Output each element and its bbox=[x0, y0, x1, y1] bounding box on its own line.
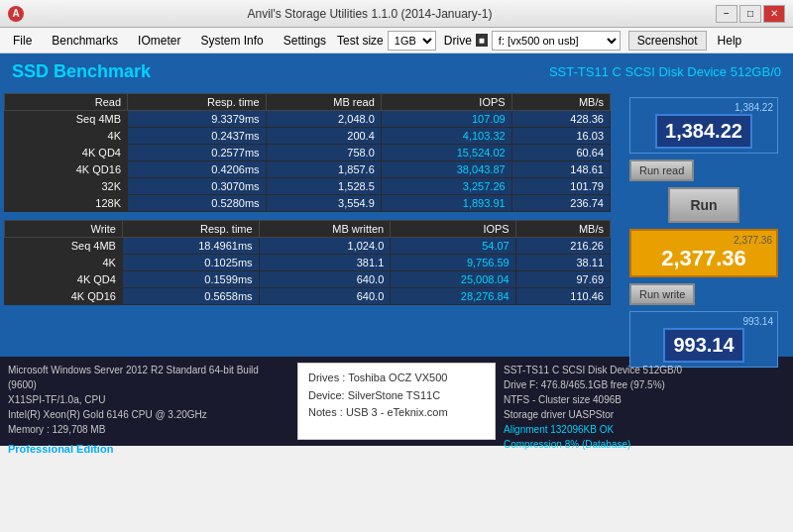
run-read-label-button[interactable]: Run read bbox=[629, 160, 694, 181]
test-size-select[interactable]: 1GB bbox=[388, 31, 436, 51]
window-controls: − □ ✕ bbox=[716, 5, 785, 23]
menu-iometer[interactable]: IOmeter bbox=[129, 30, 189, 52]
read-row-3: 4K QD160.4206ms1,857.638,043.87148.61 bbox=[5, 161, 611, 178]
drive-select[interactable]: f: [vx500 on usb] bbox=[492, 31, 621, 51]
bench-header: SSD Benchmark SST-TS11 C SCSI Disk Devic… bbox=[0, 53, 793, 89]
read-row-1: 4K0.2437ms200.44,103.3216.03 bbox=[5, 128, 611, 145]
menu-settings[interactable]: Settings bbox=[275, 30, 335, 52]
test-size-label: Test size bbox=[337, 34, 384, 48]
bench-device: SST-TS11 C SCSI Disk Device 512GB/0 bbox=[549, 64, 781, 79]
run-read-button[interactable]: 1,384.22 1,384.22 bbox=[629, 97, 778, 154]
alignment-text: Alignment 132096KB OK bbox=[504, 422, 785, 437]
menu-benchmarks[interactable]: Benchmarks bbox=[43, 30, 127, 52]
write-header-mbs: MB/s bbox=[515, 221, 610, 238]
read-header-mbs: MB/s bbox=[511, 94, 610, 111]
write-header-iops: IOPS bbox=[391, 221, 515, 238]
maximize-button[interactable]: □ bbox=[739, 5, 761, 23]
drive-label: Drive bbox=[444, 34, 472, 48]
read-row-5: 128K0.5280ms3,554.91,893.91236.74 bbox=[5, 195, 611, 212]
total-score: 2,377.36 bbox=[661, 246, 746, 270]
pro-edition-label: Professional Edition bbox=[8, 441, 289, 458]
close-button[interactable]: ✕ bbox=[763, 5, 785, 23]
total-score-mini: 2,377.36 bbox=[635, 235, 772, 246]
total-score-box: 2,377.36 2,377.36 bbox=[629, 229, 778, 277]
read-score: 1,384.22 bbox=[665, 120, 742, 142]
write-score-mini: 993.14 bbox=[634, 316, 773, 327]
write-score-box[interactable]: 993.14 993.14 bbox=[629, 311, 778, 368]
footer-sysinfo: Microsoft Windows Server 2012 R2 Standar… bbox=[8, 363, 289, 440]
run-write-button[interactable]: Run write bbox=[629, 283, 695, 305]
test-size-group: Test size 1GB bbox=[337, 31, 436, 51]
menu-systeminfo[interactable]: System Info bbox=[191, 30, 272, 52]
window-title: Anvil's Storage Utilities 1.1.0 (2014-Ja… bbox=[24, 7, 716, 21]
bench-title: SSD Benchmark bbox=[12, 61, 151, 82]
write-header-col1: Write bbox=[5, 221, 123, 238]
menu-help[interactable]: Help bbox=[709, 30, 751, 52]
read-row-2: 4K QD40.2577ms758.015,524.0260.64 bbox=[5, 145, 611, 161]
minimize-button[interactable]: − bbox=[716, 5, 737, 23]
read-table: Read Resp. time MB read IOPS MB/s Seq 4M… bbox=[4, 93, 611, 212]
read-header-resptime: Resp. time bbox=[128, 94, 267, 111]
write-header-resptime: Resp. time bbox=[122, 221, 259, 238]
right-panel: 1,384.22 1,384.22 Run read Run 2,377.36 … bbox=[615, 89, 793, 357]
write-score: 993.14 bbox=[673, 334, 734, 356]
run-button[interactable]: Run bbox=[668, 187, 738, 223]
write-row-2: 4K QD40.1599ms640.025,008.0497.69 bbox=[5, 271, 611, 288]
footer-notes: Drives : Toshiba OCZ VX500Device: Silver… bbox=[297, 363, 496, 440]
tables-section: Read Resp. time MB read IOPS MB/s Seq 4M… bbox=[0, 89, 615, 357]
write-table: Write Resp. time MB written IOPS MB/s Se… bbox=[4, 220, 611, 305]
title-bar: A Anvil's Storage Utilities 1.1.0 (2014-… bbox=[0, 0, 793, 28]
read-header-col1: Read bbox=[5, 94, 128, 111]
read-score-mini: 1,384.22 bbox=[634, 102, 773, 113]
menu-file[interactable]: File bbox=[4, 30, 41, 52]
write-row-3: 4K QD160.5658ms640.028,276.84110.46 bbox=[5, 288, 611, 305]
read-header-mb: MB read bbox=[266, 94, 381, 111]
drive-icon: ■ bbox=[476, 34, 488, 47]
screenshot-button[interactable]: Screenshot bbox=[628, 31, 707, 51]
drive-group: Drive ■ f: [vx500 on usb] bbox=[444, 31, 621, 51]
read-header-iops: IOPS bbox=[381, 94, 511, 111]
compression-text: Compression 8% (Database) bbox=[504, 437, 785, 452]
write-header-mb: MB written bbox=[259, 221, 391, 238]
app-icon: A bbox=[8, 6, 24, 22]
footer-device: SST-TS11 C SCSI Disk Device 512GB/0Drive… bbox=[504, 363, 785, 440]
footer: Microsoft Windows Server 2012 R2 Standar… bbox=[0, 357, 793, 446]
read-row-0: Seq 4MB9.3379ms2,048.0107.09428.36 bbox=[5, 111, 611, 128]
write-row-1: 4K0.1025ms381.19,756.5938.11 bbox=[5, 255, 611, 271]
read-row-4: 32K0.3070ms1,528.53,257.26101.79 bbox=[5, 178, 611, 195]
menu-bar: File Benchmarks IOmeter System Info Sett… bbox=[0, 28, 793, 53]
write-row-0: Seq 4MB18.4961ms1,024.054.07216.26 bbox=[5, 238, 611, 255]
